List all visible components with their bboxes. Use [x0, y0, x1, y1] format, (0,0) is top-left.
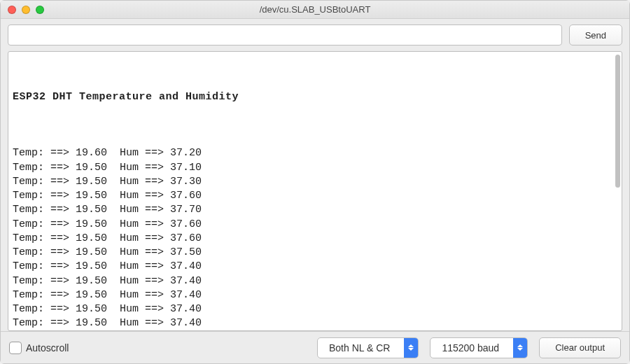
stepper-icon — [404, 338, 418, 358]
send-bar: Send — [1, 19, 629, 51]
console-output[interactable]: ESP32 DHT Temperature and Humidity Temp:… — [8, 52, 615, 330]
console-line: Temp: ==> 19.50 Hum ==> 37.60 — [13, 189, 610, 203]
console-line: Temp: ==> 19.50 Hum ==> 37.60 — [13, 232, 610, 246]
line-ending-select[interactable]: Both NL & CR — [317, 337, 419, 358]
serial-input[interactable] — [8, 24, 562, 46]
close-icon[interactable] — [8, 6, 16, 14]
stepper-icon — [513, 338, 527, 358]
line-ending-value: Both NL & CR — [318, 342, 401, 354]
clear-output-button[interactable]: Clear output — [539, 337, 621, 358]
window-title: /dev/cu.SLAB_USBtoUART — [1, 4, 629, 15]
console-line: Temp: ==> 19.50 Hum ==> 37.40 — [13, 302, 610, 316]
window-controls — [8, 6, 44, 14]
console-line: Temp: ==> 19.50 Hum ==> 37.10 — [13, 161, 610, 175]
console-line: Temp: ==> 19.50 Hum ==> 37.70 — [13, 203, 610, 217]
send-button[interactable]: Send — [569, 24, 622, 46]
baud-rate-value: 115200 baud — [430, 342, 510, 354]
console-line: Temp: ==> 19.50 Hum ==> 37.30 — [13, 175, 610, 189]
console-line: Temp: ==> 19.50 Hum ==> 37.40 — [13, 260, 610, 274]
scrollbar-thumb[interactable] — [615, 55, 620, 188]
autoscroll-checkbox[interactable] — [9, 342, 22, 354]
serial-monitor-window: /dev/cu.SLAB_USBtoUART Send ESP32 DHT Te… — [0, 0, 630, 364]
autoscroll-label: Autoscroll — [26, 342, 69, 354]
console-area: ESP32 DHT Temperature and Humidity Temp:… — [8, 51, 622, 331]
titlebar: /dev/cu.SLAB_USBtoUART — [1, 1, 629, 19]
minimize-icon[interactable] — [22, 6, 30, 14]
console-header: ESP32 DHT Temperature and Humidity — [13, 90, 610, 104]
console-line: Temp: ==> 19.50 Hum ==> 37.50 — [13, 246, 610, 260]
footer-bar: Autoscroll Both NL & CR 115200 baud Clea… — [1, 331, 629, 363]
zoom-icon[interactable] — [36, 6, 44, 14]
console-line: Temp: ==> 19.50 Hum ==> 37.60 — [13, 218, 610, 232]
autoscroll-toggle[interactable]: Autoscroll — [9, 342, 69, 354]
console-line: Temp: ==> 19.50 Hum ==> 37.40 — [13, 288, 610, 302]
console-line: Temp: ==> 19.60 Hum ==> 37.20 — [13, 146, 610, 160]
console-line: Temp: ==> 19.50 Hum ==> 37.40 — [13, 274, 610, 288]
baud-rate-select[interactable]: 115200 baud — [430, 337, 528, 358]
console-line: Temp: ==> 19.50 Hum ==> 37.40 — [13, 316, 610, 330]
